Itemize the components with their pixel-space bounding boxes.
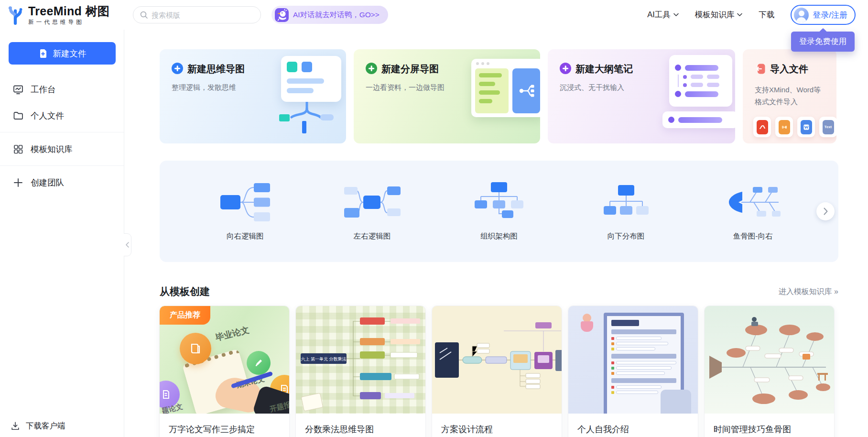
header-nav: AI工具 模板知识库 下载 登录/注册 — [647, 5, 856, 25]
grid-icon — [13, 144, 23, 154]
diagram-type-label: 鱼骨图-向右 — [733, 231, 773, 241]
nav-ai-tools[interactable]: AI工具 — [647, 10, 679, 20]
template-title: 分数乘法思维导图 — [296, 414, 425, 437]
template-card-self-introduction[interactable]: 个人自我介绍 — [568, 306, 698, 437]
workbench-icon — [13, 84, 23, 95]
sidebar-item-template-library[interactable]: 模板知识库 — [0, 136, 124, 162]
logo-subtitle: 新一代思维导图 — [28, 19, 109, 26]
card-title: 新建分屏导图 — [366, 61, 454, 77]
new-file-button[interactable]: 新建文件 — [9, 42, 116, 65]
sidebar-divider — [0, 132, 124, 132]
fraction-mindmap-graphic: 六上 第一单元 分数乘法 — [296, 306, 425, 414]
plus-circle-icon — [366, 63, 377, 74]
search-icon — [140, 11, 148, 19]
nav-template-library-label: 模板知识库 — [695, 10, 735, 20]
search-box[interactable] — [133, 6, 261, 23]
pencil-circle-icon — [247, 351, 271, 375]
treemind-logo-icon — [7, 5, 24, 25]
new-outline-note-card[interactable]: 新建大纲笔记 沉浸式、无干扰输入 — [548, 49, 735, 143]
template-card-design-flow[interactable]: 方案设计流程 — [432, 306, 562, 437]
diagram-type-label: 向右逻辑图 — [227, 231, 264, 241]
template-cards-row: 产品推荐 毕业论文 期末论文 题论文 — [160, 306, 838, 437]
chevron-down-icon — [673, 13, 679, 17]
main-content: 新建思维导图 整理逻辑，发散思维 — [124, 30, 868, 437]
word-file-icon — [797, 117, 815, 137]
sidebar-item-workbench[interactable]: 工作台 — [0, 76, 124, 102]
diagram-type-right-logic[interactable]: 向右逻辑图 — [217, 181, 274, 241]
chevron-down-icon — [737, 13, 742, 17]
diagram-type-fishbone[interactable]: 鱼骨图-向右 — [724, 181, 781, 241]
sidebar-item-create-team[interactable]: 创建团队 — [0, 169, 124, 196]
left-right-logic-icon — [343, 181, 401, 223]
sidebar-collapse-handle[interactable] — [124, 233, 131, 256]
desk-illustration — [661, 390, 691, 414]
girl-illustration — [581, 321, 593, 332]
folder-icon — [13, 110, 23, 121]
diagram-type-left-right-logic[interactable]: 左右逻辑图 — [343, 181, 401, 241]
chevron-right-icon — [824, 208, 828, 215]
templates-header: 从模板创建 进入模板知识库 » — [160, 285, 838, 298]
templates-section-title: 从模板创建 — [160, 285, 210, 298]
ai-chat-banner[interactable]: AI对话就去对话鸭，GO>> — [271, 6, 388, 24]
sidebar-divider — [0, 165, 124, 166]
xmind-file-icon — [753, 117, 771, 137]
template-card-thesis[interactable]: 产品推荐 毕业论文 期末论文 题论文 — [160, 306, 289, 437]
login-label: 登录/注册 — [813, 10, 847, 21]
card-subtitle: 一边看资料，一边做导图 — [366, 81, 447, 93]
new-file-icon — [38, 49, 48, 58]
scroll-next-button[interactable] — [816, 202, 835, 220]
template-thumbnail — [705, 306, 834, 414]
org-chart-icon — [470, 181, 528, 223]
plus-circle-icon — [560, 63, 571, 74]
card-title: 新建思维导图 — [172, 61, 260, 77]
floating-label: 毕业论文 — [214, 324, 250, 344]
login-register-button[interactable]: 登录/注册 — [791, 5, 856, 25]
duck-icon — [275, 8, 289, 22]
diagram-type-org-chart[interactable]: 组织架构图 — [470, 181, 528, 241]
import-file-card[interactable]: 导入文件 支持XMind、Word等格式文件导入 — [743, 49, 836, 143]
import-format-icons: Text — [753, 117, 836, 137]
right-logic-icon — [217, 181, 274, 223]
logo-title: TreeMind 树图 — [28, 4, 109, 18]
nav-download[interactable]: 下载 — [759, 10, 774, 20]
sidebar-item-label: 创建团队 — [31, 177, 64, 188]
template-thumbnail — [568, 306, 698, 414]
avatar-icon — [794, 8, 809, 22]
template-thumbnail: 六上 第一单元 分数乘法 — [296, 306, 425, 414]
import-icon — [755, 63, 766, 79]
diagram-type-label: 组织架构图 — [480, 231, 518, 241]
sidebar-item-personal-files[interactable]: 个人文件 — [0, 102, 124, 129]
nav-ai-tools-label: AI工具 — [647, 10, 671, 20]
nav-download-label: 下载 — [759, 10, 774, 20]
template-thumbnail — [432, 306, 562, 414]
card-title: 导入文件 — [755, 61, 831, 79]
new-splitscreen-card[interactable]: 新建分屏导图 一边看资料，一边做导图 — [354, 49, 540, 143]
create-row: 新建思维导图 整理逻辑，发散思维 — [160, 49, 838, 143]
ai-banner-text: AI对话就去对话鸭，GO>> — [293, 10, 380, 20]
download-client-label: 下载客户端 — [26, 421, 65, 431]
chevron-left-icon — [126, 242, 129, 248]
new-mindmap-card[interactable]: 新建思维导图 整理逻辑，发散思维 — [160, 49, 346, 143]
logo-text: TreeMind 树图 新一代思维导图 — [28, 4, 109, 26]
sidebar-item-label: 工作台 — [31, 84, 56, 95]
download-client[interactable]: 下载客户端 — [11, 421, 65, 431]
diagram-type-row: 向右逻辑图 左右逻辑图 — [160, 161, 838, 262]
enter-template-library-link[interactable]: 进入模板知识库 » — [779, 287, 838, 297]
nav-template-library[interactable]: 模板知识库 — [695, 10, 743, 20]
template-title: 万字论文写作三步搞定 — [160, 414, 289, 437]
sidebar-item-label: 个人文件 — [31, 110, 64, 121]
design-flow-graphic — [432, 306, 562, 414]
template-title: 方案设计流程 — [432, 414, 562, 437]
card-subtitle: 支持XMind、Word等格式文件导入 — [755, 84, 827, 108]
plus-icon — [13, 177, 23, 188]
template-card-fraction-mindmap[interactable]: 六上 第一单元 分数乘法 分数乘法思维导图 — [296, 306, 425, 437]
template-card-time-management-fishbone[interactable]: 时间管理技巧鱼骨图 — [705, 306, 834, 437]
card-subtitle: 沉浸式、无干扰输入 — [560, 81, 641, 93]
logo[interactable]: TreeMind 树图 新一代思维导图 — [7, 4, 123, 26]
login-tooltip: 登录免费使用 — [791, 32, 855, 52]
search-input[interactable] — [152, 11, 254, 19]
diagram-type-down-distribution[interactable]: 向下分布图 — [597, 181, 655, 241]
download-icon — [11, 421, 20, 431]
fishbone-icon — [724, 181, 781, 223]
header: TreeMind 树图 新一代思维导图 AI对话就去对话鸭，GO>> — [0, 0, 868, 30]
